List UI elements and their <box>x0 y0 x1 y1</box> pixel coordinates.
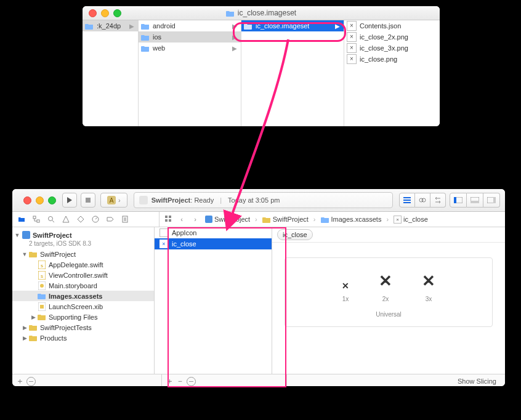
toggle-navigator-button[interactable] <box>450 193 467 208</box>
breadcrumb-item[interactable]: × ic_close <box>391 216 430 224</box>
svg-rect-22 <box>22 231 30 239</box>
version-editor-button[interactable] <box>430 193 446 208</box>
toggle-debug-button[interactable] <box>467 193 483 208</box>
finder-item[interactable]: × Contents.json <box>344 20 440 31</box>
tree-file[interactable]: Images.xcassets <box>12 291 154 301</box>
back-button[interactable]: ‹ <box>176 216 188 223</box>
breadcrumb-item[interactable]: SwiftProject <box>260 216 311 223</box>
tree-file[interactable]: s AppDelegate.swift <box>12 259 154 270</box>
tree-group[interactable]: ▶ SwiftProjectTests <box>12 322 154 333</box>
status-time: Today at 3:05 pm <box>228 196 280 204</box>
debug-navigator-tab[interactable] <box>89 212 102 226</box>
add-button[interactable]: ＋ <box>166 376 174 386</box>
find-navigator-tab[interactable] <box>44 212 58 226</box>
tree-group[interactable]: ▶ Products <box>12 333 154 343</box>
app-icon: A <box>107 196 116 204</box>
finder-item[interactable]: × ic_close.png <box>344 54 440 65</box>
finder-item[interactable]: :k_24dp ▶ <box>83 20 138 31</box>
related-items-button[interactable] <box>162 216 174 223</box>
chevron-right-icon: ▶ <box>232 34 237 41</box>
play-icon <box>67 197 73 203</box>
editor-mode-segment <box>399 193 446 208</box>
panel-left-icon <box>454 197 462 203</box>
finder-item[interactable]: ic_close.imageset ▶ <box>241 20 344 31</box>
remove-button[interactable]: － <box>176 376 184 386</box>
tree-group[interactable]: ▶ Supporting Files <box>12 312 154 322</box>
tree-file[interactable]: Main.storyboard <box>12 280 154 291</box>
run-button[interactable] <box>62 193 77 208</box>
folder-icon <box>37 313 47 320</box>
finder-item-label: android <box>153 22 229 30</box>
forward-button[interactable]: › <box>189 216 201 223</box>
filter-button[interactable] <box>187 377 196 386</box>
zoom-window-button[interactable] <box>48 196 56 204</box>
tree-file[interactable]: LaunchScreen.xib <box>12 301 154 312</box>
finder-item[interactable]: web ▶ <box>139 42 241 54</box>
asset-title-pill[interactable]: ic_close <box>277 229 313 240</box>
file-icon: × <box>347 32 357 42</box>
image-slot-2x[interactable]: ✕ 2x <box>379 272 392 302</box>
add-button[interactable]: ＋ <box>16 376 24 386</box>
scheme-selector[interactable]: A › <box>100 193 127 208</box>
asset-item[interactable]: AppIcon <box>155 227 272 238</box>
disclosure-triangle-icon[interactable]: ▼ <box>21 251 28 257</box>
svg-text:A: A <box>110 197 114 204</box>
finder-item[interactable]: android ▶ <box>139 20 241 31</box>
asset-title: ic_close <box>283 231 307 238</box>
file-icon: × <box>347 43 357 53</box>
folder-icon <box>141 45 150 52</box>
disclosure-triangle-icon[interactable]: ▼ <box>14 232 21 238</box>
breakpoint-navigator-tab[interactable] <box>103 212 117 226</box>
chevron-right-icon: ▶ <box>335 23 340 30</box>
minimize-window-button[interactable] <box>36 196 44 204</box>
navigator-tabs <box>12 212 160 227</box>
symbol-navigator-tab[interactable] <box>30 212 43 226</box>
report-navigator-tab[interactable] <box>118 212 132 226</box>
standard-editor-button[interactable] <box>399 193 415 208</box>
image-set-icon: × <box>160 240 168 248</box>
finder-titlebar: ic_close.imageset <box>83 6 440 20</box>
filter-button[interactable] <box>26 377 36 386</box>
project-navigator-tab[interactable] <box>15 212 28 226</box>
disclosure-triangle-icon[interactable]: ▶ <box>30 314 37 320</box>
disclosure-triangle-icon[interactable]: ▶ <box>21 335 28 341</box>
svg-rect-7 <box>454 197 456 203</box>
slot-label: 3x <box>426 296 432 302</box>
assistant-editor-button[interactable] <box>415 193 430 208</box>
xcode-toolbar: A › SwiftProject: Ready | Today at 3:05 … <box>12 189 505 212</box>
panel-toggle-segment <box>450 193 500 208</box>
assets-icon <box>37 293 47 299</box>
finder-item-label: :k_24dp <box>97 22 126 30</box>
finder-item-label: ic_close.imageset <box>256 22 332 30</box>
finder-item[interactable]: × ic_close_3x.png <box>344 42 440 54</box>
tree-project-root[interactable]: ▼ SwiftProject <box>12 230 154 240</box>
swift-file-icon: s <box>37 260 47 269</box>
image-slot-1x[interactable]: ✕ 1x <box>342 281 349 302</box>
folder-icon <box>262 216 271 223</box>
project-navigator: ▼ SwiftProject 2 targets, iOS SDK 8.3 ▼ … <box>12 227 155 374</box>
disclosure-triangle-icon[interactable]: ▶ <box>21 325 28 331</box>
asset-list: AppIcon × ic_close <box>155 227 272 374</box>
stop-button[interactable] <box>81 193 95 208</box>
svg-rect-20 <box>169 219 171 222</box>
toggle-utilities-button[interactable] <box>483 193 500 208</box>
finder-item[interactable]: × ic_close_2x.png <box>344 31 440 42</box>
chevron-right-icon: ▶ <box>232 23 237 30</box>
folder-icon <box>28 334 38 341</box>
tree-group[interactable]: ▼ SwiftProject <box>12 249 154 259</box>
show-slicing-button[interactable]: Show Slicing <box>458 378 496 385</box>
tree-file[interactable]: s ViewController.swift <box>12 270 154 280</box>
folder-icon <box>85 23 94 30</box>
asset-item-label: ic_close <box>172 240 196 248</box>
breadcrumb-item[interactable]: SwiftProject <box>203 216 252 223</box>
canvas-header: ic_close <box>272 227 505 243</box>
close-window-button[interactable] <box>23 196 31 204</box>
test-navigator-tab[interactable] <box>74 212 87 226</box>
breadcrumb-item[interactable]: Images.xcassets <box>318 216 384 223</box>
finder-item[interactable]: ios ▶ <box>139 31 241 42</box>
issue-navigator-tab[interactable] <box>59 212 73 226</box>
tree-label: LaunchScreen.xib <box>49 303 151 310</box>
asset-item[interactable]: × ic_close <box>155 238 272 249</box>
warning-icon <box>62 216 70 223</box>
image-slot-3x[interactable]: ✕ 3x <box>422 272 435 302</box>
